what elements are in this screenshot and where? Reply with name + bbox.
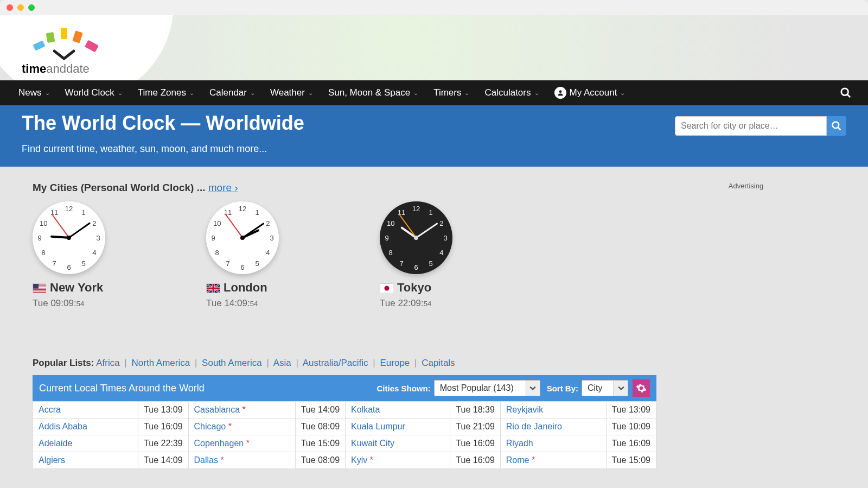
close-window-button[interactable] bbox=[7, 4, 13, 11]
city-link[interactable]: Copenhagen bbox=[194, 439, 244, 448]
sort-by-select[interactable]: City bbox=[582, 380, 628, 396]
chevron-down-icon: ⌄ bbox=[189, 90, 194, 97]
city-name: Tokyo bbox=[397, 281, 431, 295]
chevron-down-icon: ⌄ bbox=[620, 90, 625, 97]
search-input[interactable] bbox=[675, 116, 827, 136]
more-link[interactable]: more › bbox=[208, 182, 238, 193]
svg-rect-3 bbox=[72, 30, 82, 43]
popular-link-north-america[interactable]: North America bbox=[132, 358, 190, 368]
clock-card-tokyo[interactable]: 123456789101112TokyoTue 22:09:54 bbox=[380, 201, 488, 309]
dst-marker: * bbox=[370, 455, 373, 465]
analog-clock: 123456789101112 bbox=[380, 201, 452, 274]
city-cell: Kuwait City bbox=[346, 435, 450, 452]
city-cell: Dallas * bbox=[188, 452, 295, 469]
nav-search-icon[interactable] bbox=[834, 87, 857, 99]
time-cell: Tue 13:09 bbox=[606, 402, 656, 419]
site-header: timeanddate bbox=[0, 15, 868, 80]
settings-button[interactable] bbox=[633, 379, 650, 397]
table-row: AdelaideTue 22:39Copenhagen *Tue 15:09Ku… bbox=[33, 435, 656, 452]
city-link[interactable]: Accra bbox=[39, 405, 61, 414]
time-cell: Tue 16:09 bbox=[450, 435, 500, 452]
world-clock-table-wrap: Current Local Times Around the World Cit… bbox=[33, 375, 656, 469]
logo-marks bbox=[22, 26, 108, 64]
nav-item-calculators[interactable]: Calculators⌄ bbox=[477, 80, 546, 105]
svg-rect-19 bbox=[33, 290, 46, 290]
nav-item-weather[interactable]: Weather⌄ bbox=[263, 80, 321, 105]
city-cell: Kuala Lumpur bbox=[346, 419, 450, 435]
time-cell: Tue 14:09 bbox=[138, 452, 188, 469]
nav-item-news[interactable]: News⌄ bbox=[11, 80, 58, 105]
popular-link-asia[interactable]: Asia bbox=[273, 358, 291, 368]
maximize-window-button[interactable] bbox=[28, 4, 35, 11]
cities-shown-select[interactable]: Most Popular (143) bbox=[434, 380, 540, 396]
search-button[interactable] bbox=[827, 116, 846, 136]
chevron-down-icon: ⌄ bbox=[250, 90, 255, 97]
city-cell: Reykjavik bbox=[500, 402, 606, 419]
clocks-row: 123456789101112New YorkTue 09:09:5412345… bbox=[33, 201, 656, 309]
city-cell: Casablanca * bbox=[188, 402, 295, 419]
city-link[interactable]: Chicago bbox=[194, 422, 226, 431]
popular-lists-label: Popular Lists: bbox=[33, 358, 94, 368]
nav-item-timers[interactable]: Timers⌄ bbox=[426, 80, 477, 105]
svg-rect-4 bbox=[85, 40, 99, 53]
svg-rect-20 bbox=[33, 290, 46, 291]
dst-marker: * bbox=[242, 405, 245, 414]
nav-item-time-zones[interactable]: Time Zones⌄ bbox=[130, 80, 202, 105]
table-header-bar: Current Local Times Around the World Cit… bbox=[33, 375, 656, 401]
city-link[interactable]: Kyiv bbox=[351, 455, 367, 465]
city-cell: Rio de Janeiro bbox=[500, 419, 606, 435]
city-link[interactable]: Riyadh bbox=[506, 439, 533, 448]
popular-link-europe[interactable]: Europe bbox=[380, 358, 410, 368]
clock-card-london[interactable]: 123456789101112LondonTue 14:09:54 bbox=[206, 201, 315, 309]
city-time: Tue 14:09:54 bbox=[206, 298, 315, 309]
time-cell: Tue 13:09 bbox=[138, 402, 188, 419]
city-link[interactable]: Adelaide bbox=[39, 439, 72, 448]
city-cell: Copenhagen * bbox=[188, 435, 295, 452]
city-link[interactable]: Kolkata bbox=[351, 405, 380, 414]
city-cell: Riyadh bbox=[500, 435, 606, 452]
nav-item-sun-moon-space[interactable]: Sun, Moon & Space⌄ bbox=[321, 80, 426, 105]
city-link[interactable]: Rio de Janeiro bbox=[506, 422, 562, 431]
city-link[interactable]: Casablanca bbox=[194, 405, 240, 414]
popular-link-south-america[interactable]: South America bbox=[202, 358, 262, 368]
dst-marker: * bbox=[228, 422, 232, 431]
minimize-window-button[interactable] bbox=[17, 4, 24, 11]
nav-account-label: My Account bbox=[570, 87, 617, 98]
city-cell: Accra bbox=[33, 402, 138, 419]
svg-rect-22 bbox=[33, 292, 46, 293]
svg-rect-2 bbox=[61, 28, 67, 39]
nav-my-account[interactable]: My Account ⌄ bbox=[547, 80, 633, 105]
site-logo[interactable]: timeanddate bbox=[22, 26, 108, 76]
popular-link-africa[interactable]: Africa bbox=[96, 358, 119, 368]
city-link[interactable]: Algiers bbox=[39, 455, 65, 465]
city-link[interactable]: Rome bbox=[506, 455, 529, 465]
table-row: Addis AbabaTue 16:09Chicago *Tue 08:09Ku… bbox=[33, 419, 656, 435]
popular-lists: Popular Lists: Africa | North America | … bbox=[33, 358, 656, 369]
city-link[interactable]: Reykjavik bbox=[506, 405, 543, 414]
city-link[interactable]: Dallas bbox=[194, 455, 218, 465]
dst-marker: * bbox=[532, 455, 535, 465]
popular-link-capitals[interactable]: Capitals bbox=[422, 358, 455, 368]
page-title: The World Clock — Worldwide bbox=[22, 112, 304, 135]
table-title: Current Local Times Around the World bbox=[39, 383, 205, 394]
chevron-down-icon bbox=[526, 380, 540, 396]
cities-shown-label: Cities Shown: bbox=[376, 384, 430, 393]
nav-item-calendar[interactable]: Calendar⌄ bbox=[202, 80, 263, 105]
city-link[interactable]: Kuala Lumpur bbox=[351, 422, 405, 431]
flag-icon bbox=[33, 283, 46, 292]
time-cell: Tue 10:09 bbox=[606, 419, 656, 435]
chevron-down-icon: ⌄ bbox=[45, 90, 50, 97]
clock-card-new-york[interactable]: 123456789101112New YorkTue 09:09:54 bbox=[33, 201, 141, 309]
cities-shown-value: Most Popular (143) bbox=[434, 380, 526, 396]
city-cell: Adelaide bbox=[33, 435, 138, 452]
city-cell: Addis Ababa bbox=[33, 419, 138, 435]
city-link[interactable]: Addis Ababa bbox=[39, 422, 87, 431]
city-cell: Chicago * bbox=[188, 419, 295, 435]
search-box bbox=[675, 116, 846, 136]
nav-item-world-clock[interactable]: World Clock⌄ bbox=[58, 80, 130, 105]
city-cell: Kyiv * bbox=[346, 452, 450, 469]
analog-clock: 123456789101112 bbox=[33, 201, 105, 274]
popular-link-australia-pacific[interactable]: Australia/Pacific bbox=[303, 358, 368, 368]
sort-by-value: City bbox=[582, 380, 614, 396]
city-link[interactable]: Kuwait City bbox=[351, 439, 394, 448]
